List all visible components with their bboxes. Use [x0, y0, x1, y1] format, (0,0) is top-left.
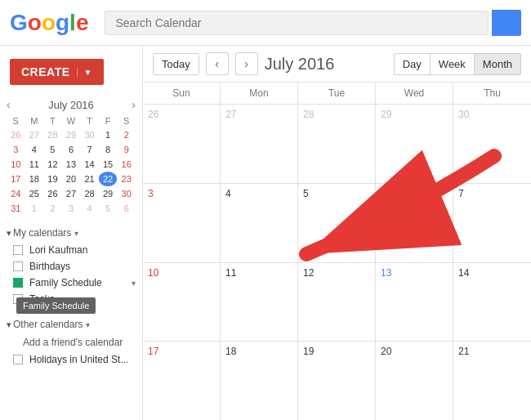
- calendar-date-title: July 2016: [265, 55, 387, 74]
- mini-cal-cell[interactable]: 21: [80, 172, 99, 186]
- mini-cal-cell[interactable]: 24: [7, 186, 25, 201]
- mini-cal-day-header-s1: S: [7, 114, 25, 127]
- mini-cal-cell[interactable]: 30: [80, 127, 99, 142]
- mini-cal-cell[interactable]: 14: [80, 157, 99, 172]
- mini-cal-cell[interactable]: 28: [80, 186, 99, 201]
- mini-cal-cell[interactable]: 12: [43, 157, 62, 172]
- mini-cal-cell[interactable]: 2: [117, 127, 136, 142]
- calendar-week-1: 26 27 28 29 30: [143, 105, 531, 184]
- mini-cal-title: July 2016: [48, 99, 94, 111]
- mini-cal-cell[interactable]: 3: [7, 142, 25, 157]
- cell-jul5[interactable]: 5: [298, 184, 376, 262]
- mini-cal-cell[interactable]: 31: [7, 201, 25, 216]
- my-calendars-expand[interactable]: ▾: [74, 229, 78, 238]
- mini-cal-cell[interactable]: 11: [25, 157, 44, 172]
- mini-cal-cell[interactable]: 15: [99, 157, 118, 172]
- mini-cal-cell[interactable]: 20: [62, 172, 81, 186]
- cell-jul6[interactable]: 6: [376, 184, 453, 262]
- create-button[interactable]: CREATE ▼: [10, 59, 104, 85]
- cell-jul10[interactable]: 10: [143, 263, 221, 342]
- mini-cal-cell[interactable]: 19: [43, 172, 62, 186]
- cell-jul20[interactable]: 20: [376, 342, 453, 420]
- mini-cal-cell[interactable]: 4: [80, 201, 99, 216]
- mini-cal-header: ‹ July 2016 ›: [7, 95, 136, 114]
- cell-jun30[interactable]: 30: [453, 105, 531, 183]
- search-input[interactable]: [105, 11, 489, 35]
- prev-button[interactable]: ‹: [206, 52, 229, 75]
- calendar-item-lori[interactable]: Lori Kaufman: [0, 242, 142, 258]
- cell-jun27[interactable]: 27: [221, 105, 298, 183]
- birthdays-checkbox[interactable]: [13, 261, 23, 271]
- mini-cal-cell[interactable]: 9: [117, 142, 136, 157]
- mini-cal-day-header-w: W: [62, 114, 81, 127]
- mini-cal-cell[interactable]: 29: [62, 127, 81, 142]
- calendar-item-holidays[interactable]: Holidays in United St...: [0, 351, 142, 368]
- mini-cal-cell[interactable]: 10: [7, 157, 25, 172]
- mini-cal-cell[interactable]: 5: [99, 201, 118, 216]
- other-calendars-expand[interactable]: ▾: [86, 320, 90, 329]
- lori-checkbox[interactable]: [13, 245, 23, 255]
- holidays-checkbox[interactable]: [13, 355, 23, 364]
- cell-jul12[interactable]: 12: [298, 263, 376, 342]
- mini-cal-cell[interactable]: 1: [99, 127, 118, 142]
- mini-cal-next[interactable]: ›: [132, 98, 136, 111]
- calendar-item-birthdays[interactable]: Birthdays: [0, 258, 142, 275]
- mini-cal-cell[interactable]: 29: [99, 186, 118, 201]
- header: Google: [0, 0, 531, 46]
- mini-cal-cell[interactable]: 13: [62, 157, 81, 172]
- cell-jul18[interactable]: 18: [221, 342, 298, 420]
- cell-jul19[interactable]: 19: [298, 342, 376, 420]
- mini-cal-cell[interactable]: 30: [117, 186, 136, 201]
- mini-cal-cell[interactable]: 8: [99, 142, 118, 157]
- mini-cal-cell[interactable]: 22: [99, 172, 118, 186]
- mini-cal-cell[interactable]: 5: [43, 142, 62, 157]
- mini-cal-cell[interactable]: 3: [62, 201, 81, 216]
- cell-jul4[interactable]: 4: [221, 184, 298, 262]
- mini-cal-cell[interactable]: 26: [7, 127, 25, 142]
- search-button[interactable]: [492, 10, 521, 36]
- week-view-button[interactable]: Week: [431, 53, 475, 75]
- month-view-button[interactable]: Month: [475, 53, 521, 75]
- mini-cal-cell[interactable]: 23: [117, 172, 136, 186]
- birthdays-label: Birthdays: [29, 261, 136, 272]
- calendar-toolbar: Today ‹ › July 2016 Day Week Month: [143, 46, 531, 83]
- mini-cal-cell[interactable]: 6: [62, 142, 81, 157]
- cell-jun29[interactable]: 29: [376, 105, 453, 183]
- cell-jul11[interactable]: 11: [221, 263, 298, 342]
- calendar-week-4: 17 18 19 20 21: [143, 342, 531, 420]
- mini-cal-cell[interactable]: 6: [117, 201, 136, 216]
- cell-jun28[interactable]: 28: [298, 105, 376, 183]
- next-button[interactable]: ›: [235, 52, 258, 75]
- cell-jul14[interactable]: 14: [453, 263, 531, 342]
- cell-jul7[interactable]: 7: [453, 184, 531, 262]
- mini-cal-cell[interactable]: 25: [25, 186, 44, 201]
- mini-cal-cell[interactable]: 27: [25, 127, 44, 142]
- mini-cal-cell[interactable]: 17: [7, 172, 25, 186]
- cell-jul13[interactable]: 13: [376, 263, 453, 342]
- mini-cal-cell[interactable]: 28: [43, 127, 62, 142]
- family-checkbox[interactable]: [13, 278, 23, 288]
- create-dropdown-arrow[interactable]: ▼: [77, 68, 92, 77]
- mini-cal-cell[interactable]: 18: [25, 172, 44, 186]
- cell-jul21[interactable]: 21: [453, 342, 531, 420]
- mini-cal-prev[interactable]: ‹: [7, 98, 11, 111]
- calendar-item-family[interactable]: Family Schedule ▾ Family Schedule: [0, 275, 142, 291]
- create-label: CREATE: [21, 65, 70, 78]
- mini-cal-cell[interactable]: 1: [25, 201, 44, 216]
- day-view-button[interactable]: Day: [394, 53, 431, 75]
- cell-jul3[interactable]: 3: [143, 184, 221, 262]
- mini-cal-cell[interactable]: 27: [62, 186, 81, 201]
- family-dropdown-icon[interactable]: ▾: [132, 279, 136, 288]
- today-button[interactable]: Today: [153, 53, 199, 75]
- other-calendars-header[interactable]: ▾ Other calendars ▾: [0, 315, 142, 333]
- add-friend-calendar[interactable]: Add a friend's calendar: [0, 333, 142, 351]
- cell-jul17[interactable]: 17: [143, 342, 221, 420]
- mini-cal-cell[interactable]: 26: [43, 186, 62, 201]
- mini-cal-cell[interactable]: 4: [25, 142, 44, 157]
- mini-cal-cell[interactable]: 7: [80, 142, 99, 157]
- mini-cal-cell[interactable]: 2: [43, 201, 62, 216]
- mini-cal-cell[interactable]: 16: [117, 157, 136, 172]
- cell-jun26[interactable]: 26: [143, 105, 221, 183]
- my-calendars-header[interactable]: ▾ My calendars ▾: [0, 224, 142, 242]
- holidays-label: Holidays in United St...: [29, 354, 136, 365]
